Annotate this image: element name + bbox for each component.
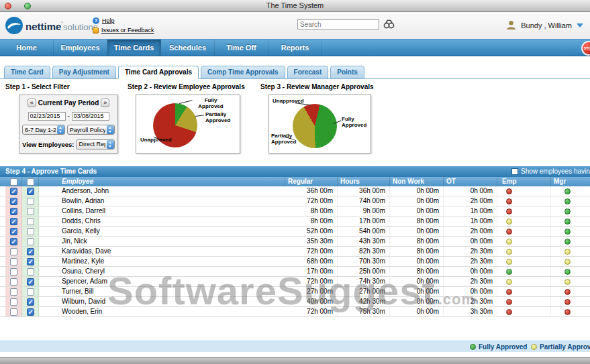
binoculars-search-icon[interactable] bbox=[383, 19, 395, 29]
select-all-checkbox-2[interactable] bbox=[27, 178, 34, 186]
search-input[interactable] bbox=[297, 19, 379, 29]
manager-select-cell bbox=[22, 186, 39, 196]
employee-status-dot-icon bbox=[506, 269, 512, 275]
date-range-separator: - bbox=[68, 113, 70, 119]
row-employee-checkbox[interactable] bbox=[10, 288, 17, 296]
table-row: Garcia, Kelly52h 00m54h 00m0h 00m2h 00m bbox=[0, 227, 590, 237]
table-header: Employee Regular Hours Non Work OT Emp M… bbox=[0, 177, 590, 186]
window-bottom-bar bbox=[0, 357, 590, 364]
nav-tab-employees[interactable]: Employees bbox=[54, 40, 107, 56]
row-employee-checkbox[interactable] bbox=[10, 278, 17, 286]
subtab-comp-time-approvals[interactable]: Comp Time Approvals bbox=[201, 66, 285, 79]
row-employee-checkbox[interactable] bbox=[10, 208, 17, 215]
row-left-spacer bbox=[0, 217, 5, 226]
row-manager-checkbox[interactable] bbox=[27, 258, 34, 265]
row-manager-checkbox[interactable] bbox=[27, 238, 34, 245]
period-start-input[interactable] bbox=[28, 112, 66, 121]
overtime-hours-cell: 2h 30m bbox=[444, 277, 497, 286]
row-manager-checkbox[interactable] bbox=[27, 268, 34, 276]
view-employees-dropdown[interactable]: Direct Report bbox=[76, 139, 115, 149]
regular-hours-cell: 27h 00m bbox=[285, 287, 338, 296]
employee-select-cell bbox=[5, 217, 22, 226]
employee-approval-cell bbox=[497, 247, 551, 256]
nav-tab-schedules[interactable]: Schedules bbox=[161, 40, 215, 56]
column-header-mgr[interactable]: Mgr bbox=[551, 177, 590, 186]
regular-hours-cell: 72h 00m bbox=[285, 196, 338, 206]
row-employee-checkbox[interactable] bbox=[10, 248, 17, 255]
row-employee-checkbox[interactable] bbox=[10, 238, 17, 245]
prev-period-button[interactable]: « bbox=[28, 99, 36, 107]
user-menu[interactable]: Bundy , William bbox=[506, 20, 583, 30]
subtab-forecast[interactable]: Forecast bbox=[287, 66, 329, 79]
column-header-regular[interactable]: Regular bbox=[285, 177, 338, 186]
subtab-points[interactable]: Points bbox=[330, 66, 364, 79]
row-manager-checkbox[interactable] bbox=[27, 248, 34, 255]
user-menu-chevron-icon[interactable] bbox=[577, 23, 583, 27]
column-header-hours[interactable]: Hours bbox=[338, 177, 390, 186]
manager-approval-cell bbox=[551, 267, 590, 276]
column-header-non-work[interactable]: Non Work bbox=[390, 177, 444, 186]
manager-select-cell bbox=[22, 277, 39, 286]
overtime-hours-cell: 2h 00m bbox=[444, 196, 497, 206]
table-row: Martinez, Kyle68h 00m70h 30m0h 00m2h 30m bbox=[0, 257, 590, 267]
subtab-pay-adjustment[interactable]: Pay Adjustment bbox=[52, 66, 116, 79]
row-employee-checkbox[interactable] bbox=[10, 268, 17, 276]
regular-hours-cell: 40h 00m bbox=[285, 297, 338, 306]
pay-class-value: 6-7 Day 1-2 D bbox=[25, 127, 56, 133]
total-hours-cell: 17h 00m bbox=[338, 217, 390, 226]
row-manager-checkbox[interactable] bbox=[27, 228, 34, 235]
row-employee-checkbox[interactable] bbox=[10, 298, 17, 306]
subtab-time-card[interactable]: Time Card bbox=[4, 66, 50, 79]
brand-name: nettime bbox=[26, 21, 61, 32]
employee-approval-cell bbox=[497, 186, 551, 196]
row-employee-checkbox[interactable] bbox=[10, 188, 17, 195]
overtime-hours-cell: 0h 00m bbox=[444, 267, 497, 276]
manager-status-dot-icon bbox=[564, 198, 571, 204]
column-header-emp[interactable]: Emp bbox=[497, 177, 551, 186]
feedback-link[interactable]: Issues or Feedback bbox=[101, 27, 154, 34]
nav-tab-time-cards[interactable]: Time Cards bbox=[107, 40, 161, 56]
manager-select-cell bbox=[22, 196, 39, 206]
pie-label-fully-approved: Fully Approved bbox=[195, 97, 226, 109]
employee-select-cell bbox=[5, 257, 22, 266]
row-manager-checkbox[interactable] bbox=[27, 278, 34, 286]
row-employee-checkbox[interactable] bbox=[10, 308, 17, 316]
row-manager-checkbox[interactable] bbox=[27, 208, 34, 215]
manager-approval-cell bbox=[551, 247, 590, 256]
row-employee-checkbox[interactable] bbox=[10, 218, 17, 225]
help-link[interactable]: Help bbox=[102, 17, 115, 24]
nav-tab-reports[interactable]: Reports bbox=[268, 40, 322, 56]
row-manager-checkbox[interactable] bbox=[27, 188, 34, 195]
row-employee-checkbox[interactable] bbox=[10, 198, 17, 205]
period-end-input[interactable] bbox=[72, 112, 109, 121]
row-manager-checkbox[interactable] bbox=[27, 288, 34, 296]
row-manager-checkbox[interactable] bbox=[27, 298, 34, 306]
nav-tab-home[interactable]: Home bbox=[0, 40, 54, 56]
manager-select-cell bbox=[22, 287, 39, 296]
manager-select-cell bbox=[22, 257, 39, 266]
policy-dropdown[interactable]: Payroll Policy bbox=[67, 125, 115, 135]
pay-class-dropdown[interactable]: 6-7 Day 1-2 D bbox=[22, 125, 65, 135]
step3-title: Step 3 - Review Manager Approvals bbox=[260, 83, 374, 90]
nav-tab-time-off[interactable]: Time Off bbox=[215, 40, 268, 56]
help-icon: ? bbox=[93, 17, 99, 24]
sub-tab-bar: Time Card Pay Adjustment Time Card Appro… bbox=[0, 56, 590, 79]
step4-title: Step 4 - Approve Time Cards bbox=[5, 168, 97, 175]
show-employees-checkbox[interactable] bbox=[511, 168, 518, 175]
pie-label-partially-approved: Partially Approved bbox=[205, 111, 239, 123]
column-header-ot[interactable]: OT bbox=[444, 177, 497, 186]
column-header-employee[interactable]: Employee bbox=[39, 177, 285, 186]
row-manager-checkbox[interactable] bbox=[27, 198, 34, 205]
total-hours-cell: 43h 30m bbox=[338, 237, 390, 246]
select-all-checkbox-1[interactable] bbox=[10, 178, 17, 186]
row-manager-checkbox[interactable] bbox=[27, 218, 34, 225]
next-period-button[interactable]: » bbox=[101, 99, 109, 107]
employee-approval-cell bbox=[497, 287, 551, 296]
stop-clock-button[interactable]: STOP bbox=[581, 41, 590, 56]
row-employee-checkbox[interactable] bbox=[10, 258, 17, 265]
regular-hours-cell: 8h 00m bbox=[285, 217, 338, 226]
row-employee-checkbox[interactable] bbox=[10, 228, 17, 235]
row-manager-checkbox[interactable] bbox=[27, 308, 34, 316]
subtab-time-card-approvals[interactable]: Time Card Approvals bbox=[118, 66, 199, 79]
employee-status-dot-icon bbox=[506, 188, 512, 194]
